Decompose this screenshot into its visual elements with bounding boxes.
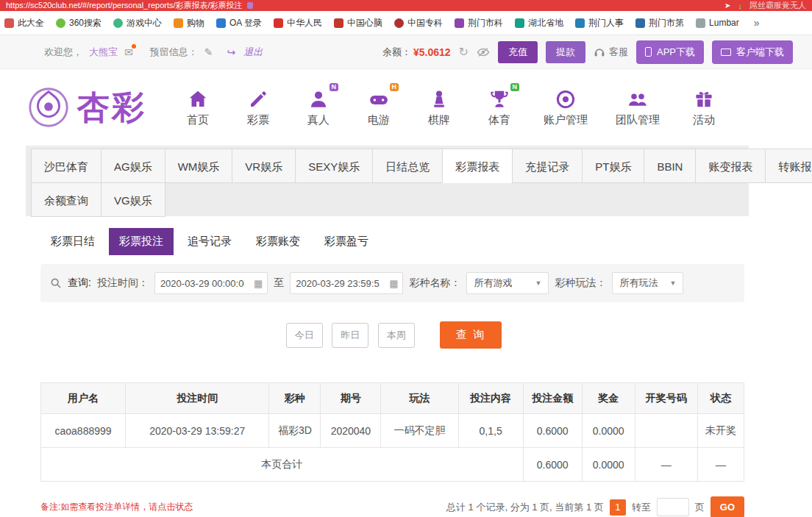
pointer-icon[interactable]: ➤ xyxy=(724,1,730,10)
nav-label: 团队管理 xyxy=(616,113,660,127)
tab-account-change-report[interactable]: 账变报表 xyxy=(695,149,766,183)
play-select[interactable]: 所有玩法 ▼ xyxy=(612,272,683,294)
subtab-chase-records[interactable]: 追号记录 xyxy=(177,228,242,255)
shield-icon[interactable] xyxy=(247,2,253,9)
person-icon xyxy=(307,88,330,110)
nav-item-sports[interactable]: N 体育 xyxy=(483,88,516,127)
search-submit-button[interactable]: 查 询 xyxy=(440,321,502,349)
bookmark-item[interactable]: 此大全 xyxy=(4,17,44,29)
nav-item-account[interactable]: 账户管理 xyxy=(544,88,588,127)
edit-icon[interactable]: ✎ xyxy=(204,46,213,58)
bookmark-item[interactable]: 中华人民 xyxy=(274,17,322,29)
nav-badge: N xyxy=(510,83,520,92)
tab-wm[interactable]: WM娱乐 xyxy=(165,149,233,183)
tab-vr[interactable]: VR娱乐 xyxy=(232,149,296,183)
url-text[interactable]: https://sc520club.net/#/report/personal_… xyxy=(6,0,243,11)
nav-item-boardgames[interactable]: 棋牌 xyxy=(423,88,455,127)
end-time-input[interactable] xyxy=(291,278,385,289)
subtab-lottery-daily[interactable]: 彩票日结 xyxy=(40,228,105,255)
balance-amount: ¥5.0612 xyxy=(413,46,451,58)
summary-draw: — xyxy=(635,448,697,482)
nav-label: 电游 xyxy=(368,113,390,127)
tab-shaba-sports[interactable]: 沙巴体育 xyxy=(31,149,102,183)
game-select-value: 所有游戏 xyxy=(474,277,512,290)
nav-label: 真人 xyxy=(307,113,330,127)
bookmark-item[interactable]: 湖北省地 xyxy=(515,17,563,29)
tab-daily-summary[interactable]: 日结总览 xyxy=(372,149,443,183)
tab-transfer-report[interactable]: 转账报表 xyxy=(765,149,812,183)
table-header-row: 用户名 投注时间 彩种 期号 玩法 投注内容 投注金额 奖金 开奖号码 状态 xyxy=(41,383,744,414)
go-button[interactable]: GO xyxy=(710,496,744,517)
nav-item-egames[interactable]: H 电游 xyxy=(363,88,395,127)
col-header-username: 用户名 xyxy=(41,383,126,414)
bookmark-item[interactable]: Lumbar xyxy=(696,18,739,28)
start-time-input[interactable] xyxy=(155,278,249,289)
download-arrow-icon[interactable]: ↓ xyxy=(738,1,743,10)
hide-balance-icon[interactable] xyxy=(477,47,490,57)
calendar-icon[interactable]: ▦ xyxy=(385,278,402,289)
bookmark-item[interactable]: 购物 xyxy=(174,17,204,29)
tab-deposit-withdraw-record[interactable]: 充提记录 xyxy=(512,149,583,183)
bookmark-item[interactable]: 360搜索 xyxy=(56,17,102,29)
withdraw-button[interactable]: 提款 xyxy=(546,41,585,63)
tab-ag[interactable]: AG娱乐 xyxy=(101,149,165,183)
goto-page-input[interactable] xyxy=(657,498,689,516)
nav-label: 账户管理 xyxy=(544,113,588,127)
nav-badge: H xyxy=(390,83,399,92)
mail-icon[interactable]: ✉ xyxy=(124,46,133,58)
client-download-button[interactable]: 客户端下载 xyxy=(712,40,793,64)
subtab-lottery-account-change[interactable]: 彩票账变 xyxy=(246,228,310,255)
recharge-button[interactable]: 充值 xyxy=(498,41,538,63)
bookmark-item[interactable]: 游戏中心 xyxy=(113,17,162,29)
bookmark-item[interactable]: 中国心脑 xyxy=(334,17,382,29)
customer-service-link[interactable]: 客服 xyxy=(594,46,628,59)
bookmark-item[interactable]: 荆门市科 xyxy=(455,17,503,29)
tab-bbin[interactable]: BBIN xyxy=(644,149,696,183)
page-number-button[interactable]: 1 xyxy=(610,499,626,516)
start-time-group: ▦ xyxy=(154,272,268,294)
favicon xyxy=(394,18,404,28)
play-select-value: 所有玩法 xyxy=(619,277,658,290)
brand-name: 杏彩 xyxy=(77,86,146,129)
browser-address-bar[interactable]: https://sc520club.net/#/report/personal_… xyxy=(0,0,812,11)
summary-status: — xyxy=(697,448,744,482)
nav-item-lottery[interactable]: 彩票 xyxy=(242,88,274,127)
logout-arrow-icon: ↪ xyxy=(227,46,235,58)
nav-item-team[interactable]: 团队管理 xyxy=(616,88,660,127)
welcome-text: 欢迎您， xyxy=(44,46,82,59)
tab-lottery-report[interactable]: 彩票报表 xyxy=(442,149,513,183)
tab-sexy[interactable]: SEXY娱乐 xyxy=(295,149,373,183)
site-logo[interactable]: 杏彩 xyxy=(26,85,146,130)
bookmark-item[interactable]: 荆门人事 xyxy=(575,17,624,29)
game-select[interactable]: 所有游戏 ▼ xyxy=(466,272,549,294)
bookmark-label: 中国心脑 xyxy=(347,17,382,29)
subtab-lottery-bets[interactable]: 彩票投注 xyxy=(109,228,174,255)
calendar-icon[interactable]: ▦ xyxy=(249,278,267,289)
search-icon xyxy=(50,277,62,289)
refresh-balance-icon[interactable]: ↻ xyxy=(459,46,469,58)
bookmark-item[interactable]: OA 登录 xyxy=(216,17,262,29)
nav-item-home[interactable]: 首页 xyxy=(182,88,214,127)
favicon xyxy=(4,18,14,28)
tab-pt[interactable]: PT娱乐 xyxy=(582,149,644,183)
nav-item-live[interactable]: N 真人 xyxy=(302,88,335,127)
bookmark-item[interactable]: 荆门市第 xyxy=(635,17,684,29)
cell-status[interactable]: 未开奖 xyxy=(697,414,744,448)
cell-playtype: 一码不定胆 xyxy=(381,414,458,448)
yesterday-button[interactable]: 昨日 xyxy=(332,323,368,348)
tab-balance-query[interactable]: 余额查询 xyxy=(31,182,102,217)
goto-label: 转至 xyxy=(632,501,651,514)
favicon xyxy=(174,18,183,28)
bookmarks-overflow-chevron[interactable]: » xyxy=(751,17,763,29)
username[interactable]: 大熊宝 xyxy=(89,46,118,59)
nav-item-promotions[interactable]: 活动 xyxy=(688,88,720,127)
today-button[interactable]: 今日 xyxy=(286,323,323,348)
subtab-lottery-profit-loss[interactable]: 彩票盈亏 xyxy=(314,228,379,255)
this-week-button[interactable]: 本周 xyxy=(378,323,415,348)
tab-vg[interactable]: VG娱乐 xyxy=(101,182,165,217)
phone-icon xyxy=(645,47,652,57)
app-download-button[interactable]: APP下载 xyxy=(636,40,704,64)
cell-prize: 0.0000 xyxy=(582,414,635,448)
bookmark-item[interactable]: 中国专科 xyxy=(394,17,443,29)
logout-link[interactable]: 退出 xyxy=(243,46,263,59)
